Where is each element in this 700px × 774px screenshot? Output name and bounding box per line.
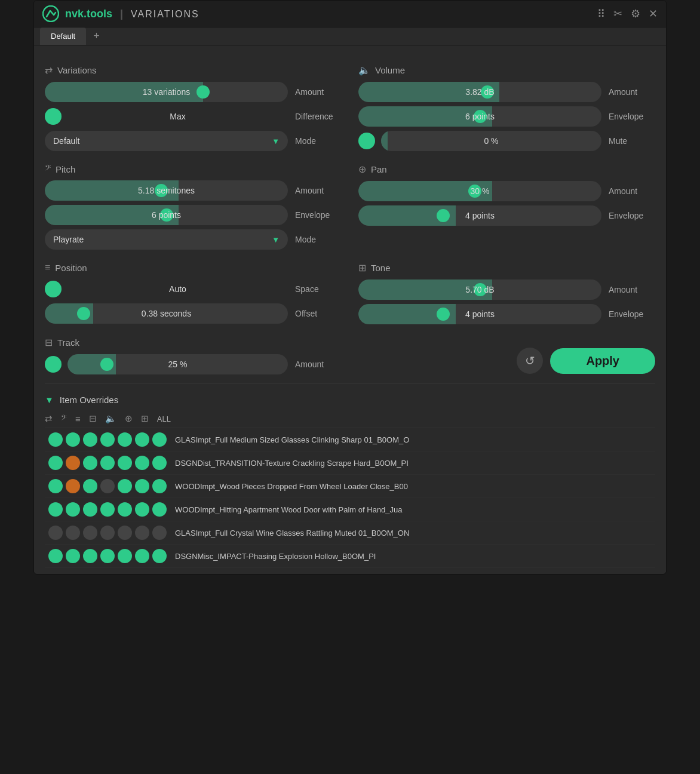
close-icon[interactable]: ✕	[649, 7, 658, 20]
item-dot-2[interactable]	[83, 502, 97, 517]
item-dot-1[interactable]	[66, 526, 80, 540]
grid-icon[interactable]: ⠿	[597, 7, 605, 20]
pan-header: ⊕ Pan	[358, 164, 655, 175]
item-dot-3[interactable]	[100, 456, 115, 470]
item-dot-4[interactable]	[118, 549, 132, 563]
item-overrides-title: Item Overrides	[60, 395, 118, 405]
item-name: WOODImpt_Hitting Apartment Wood Door wit…	[170, 505, 655, 514]
item-dot-1[interactable]	[66, 549, 80, 563]
item-dot-4[interactable]	[118, 456, 132, 470]
item-dot-1[interactable]	[66, 479, 80, 493]
position-section: ≡ Position Auto Space 0.38 seconds	[45, 254, 342, 328]
item-dot-6[interactable]	[152, 502, 167, 517]
item-dot-5[interactable]	[135, 502, 149, 517]
item-dot-6[interactable]	[152, 456, 167, 470]
item-dot-4[interactable]	[118, 479, 132, 493]
variations-header: ⇄ Variations	[45, 64, 342, 76]
item-dot-3[interactable]	[100, 549, 115, 563]
overrides-pitch-icon[interactable]: 𝄢	[61, 413, 67, 424]
item-dot-2[interactable]	[83, 549, 97, 563]
overrides-position-icon[interactable]: ≡	[75, 414, 81, 424]
reset-button[interactable]: ↺	[517, 348, 543, 374]
volume-envelope-slider[interactable]: 6 points	[358, 106, 601, 127]
item-dot-0[interactable]	[48, 432, 63, 447]
item-dot-0[interactable]	[48, 549, 63, 563]
item-dot-1[interactable]	[66, 502, 80, 517]
item-dot-6[interactable]	[152, 526, 167, 540]
item-dot-6[interactable]	[152, 479, 167, 493]
item-dot-3[interactable]	[100, 432, 115, 447]
gear-icon[interactable]: ⚙	[631, 7, 640, 20]
pitch-envelope-slider[interactable]: 6 points	[45, 205, 288, 225]
variations-max-dot[interactable]	[45, 108, 62, 125]
position-offset-row: 0.38 seconds Offset	[45, 303, 342, 324]
item-row[interactable]: DSGNMisc_IMPACT-Phasing Explosion Hollow…	[45, 545, 655, 568]
item-dot-4[interactable]	[118, 526, 132, 540]
variations-difference-row: Max Difference	[45, 106, 342, 127]
overrides-shuffle-icon[interactable]: ⇄	[45, 413, 53, 424]
item-dot-5[interactable]	[135, 526, 149, 540]
nvk-logo	[42, 5, 59, 22]
item-dot-5[interactable]	[135, 456, 149, 470]
item-dot-4[interactable]	[118, 502, 132, 517]
item-row[interactable]: GLASImpt_Full Crystal Wine Glasses Rattl…	[45, 521, 655, 545]
app-window: nvk.tools | VARIATIONS ⠿ ✂ ⚙ ✕ Default +…	[33, 0, 667, 575]
item-row[interactable]: GLASImpt_Full Medium Sized Glasses Clink…	[45, 428, 655, 452]
item-dot-0[interactable]	[48, 502, 63, 517]
item-dot-3[interactable]	[100, 526, 115, 540]
scissors-icon[interactable]: ✂	[613, 7, 622, 20]
pan-envelope-slider[interactable]: 4 points	[358, 205, 601, 226]
overrides-all-label[interactable]: ALL	[157, 414, 171, 423]
pitch-mode-arrow: ▼	[272, 235, 280, 244]
tone-envelope-slider[interactable]: 4 points	[358, 304, 601, 324]
pitch-title: Pitch	[56, 164, 75, 174]
overrides-track-icon[interactable]: ⊟	[89, 413, 97, 424]
tab-add[interactable]: +	[88, 27, 105, 45]
item-dot-2[interactable]	[83, 456, 97, 470]
position-auto-dot[interactable]	[45, 281, 62, 297]
overrides-volume-icon[interactable]: 🔈	[105, 413, 116, 424]
tone-amount-slider[interactable]: 5.70 dB	[358, 280, 601, 300]
position-offset-slider[interactable]: 0.38 seconds	[45, 303, 288, 324]
item-dot-1[interactable]	[66, 456, 80, 470]
volume-mute-label: Mute	[601, 136, 655, 146]
tab-default[interactable]: Default	[40, 27, 86, 45]
item-dot-2[interactable]	[83, 479, 97, 493]
item-overrides-header[interactable]: ▼ Item Overrides	[45, 389, 655, 410]
item-row[interactable]: WOODImpt_Hitting Apartment Wood Door wit…	[45, 498, 655, 521]
apply-button[interactable]: Apply	[550, 348, 655, 374]
item-dot-0[interactable]	[48, 456, 63, 470]
track-amount-dot[interactable]	[45, 356, 62, 373]
item-dot-6[interactable]	[152, 549, 167, 563]
variations-mode-dropdown[interactable]: Default ▼	[45, 131, 288, 151]
volume-amount-slider[interactable]: 3.82 dB	[358, 82, 601, 102]
item-dot-2[interactable]	[83, 432, 97, 447]
item-dot-5[interactable]	[135, 432, 149, 447]
overrides-tone-icon[interactable]: ⊞	[141, 413, 149, 424]
variations-amount-slider[interactable]: 13 variations	[45, 82, 288, 102]
volume-mute-track[interactable]: 0 %	[381, 131, 601, 151]
item-dot-3[interactable]	[100, 479, 115, 493]
position-auto-text: Auto	[67, 284, 288, 294]
item-dot-3[interactable]	[100, 502, 115, 517]
item-dot-0[interactable]	[48, 479, 63, 493]
item-dot-5[interactable]	[135, 549, 149, 563]
volume-mute-dot[interactable]	[358, 133, 375, 149]
item-row[interactable]: WOODImpt_Wood Pieces Dropped From Wheel …	[45, 475, 655, 498]
item-dot-0[interactable]	[48, 526, 63, 540]
pitch-amount-slider[interactable]: 5.18 semitones	[45, 180, 288, 201]
pan-amount-row: 30 % Amount	[358, 181, 655, 201]
pitch-mode-dropdown[interactable]: Playrate ▼	[45, 229, 288, 250]
item-dot-5[interactable]	[135, 479, 149, 493]
pan-amount-slider[interactable]: 30 %	[358, 181, 601, 201]
track-amount-slider[interactable]: 25 %	[67, 354, 288, 374]
item-dot-6[interactable]	[152, 432, 167, 447]
item-row[interactable]: DSGNDist_TRANSITION-Texture Crackling Sc…	[45, 452, 655, 475]
item-dot-group	[45, 453, 170, 472]
item-dot-4[interactable]	[118, 432, 132, 447]
item-dot-2[interactable]	[83, 526, 97, 540]
pitch-mode-label: Mode	[288, 235, 342, 244]
item-dot-1[interactable]	[66, 432, 80, 447]
volume-header: 🔈 Volume	[358, 64, 655, 76]
overrides-pan-icon[interactable]: ⊕	[125, 413, 133, 424]
